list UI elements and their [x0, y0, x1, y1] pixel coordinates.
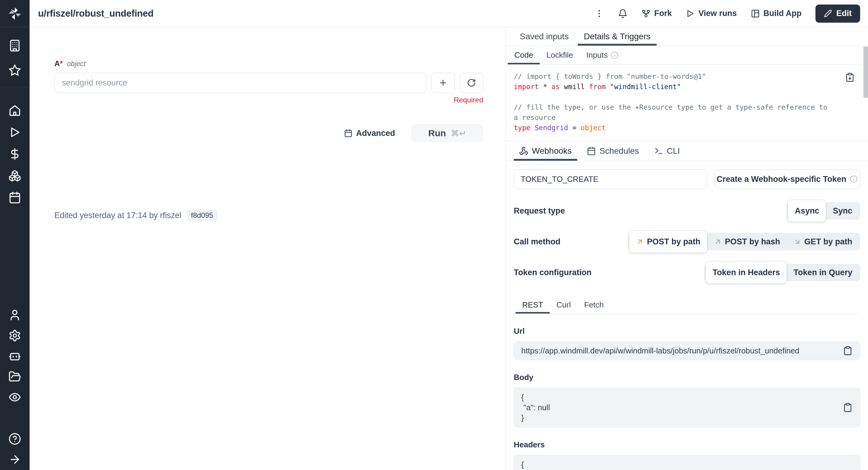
sidebar-item-folders[interactable] — [8, 370, 21, 383]
tab-details-triggers[interactable]: Details & Triggers — [578, 27, 657, 45]
required-asterisk: * — [60, 59, 63, 68]
add-resource-button[interactable] — [431, 73, 455, 93]
sidebar-item-home[interactable] — [8, 104, 21, 117]
fork-button[interactable]: Fork — [642, 9, 672, 18]
code-tabs: Code Lockfile Inputs — [506, 46, 868, 65]
advanced-button[interactable]: Advanced — [344, 129, 395, 138]
copy-body-button[interactable] — [843, 403, 852, 412]
windmill-logo[interactable] — [0, 0, 30, 27]
boxes-icon — [8, 169, 21, 182]
tab-cli-label: CLI — [667, 146, 680, 156]
building-icon — [8, 39, 21, 52]
kebab-menu-icon — [594, 9, 604, 19]
build-app-button-label: Build App — [764, 9, 802, 18]
call-method-get-by-path[interactable]: GET by path — [787, 233, 859, 250]
sidebar-item-workers[interactable] — [8, 350, 21, 363]
code-preview: // import { toWords } from "number-to-wo… — [506, 65, 868, 141]
windmill-logo-icon — [7, 6, 23, 22]
run-button[interactable]: Run ⌘↵ — [411, 124, 483, 142]
panel-scrollbar[interactable] — [864, 46, 868, 98]
run-button-label: Run — [428, 128, 446, 138]
sidebar-item-help[interactable] — [8, 433, 21, 445]
star-icon — [8, 64, 21, 77]
calendar-icon — [344, 129, 352, 137]
tab-lockfile[interactable]: Lockfile — [540, 46, 580, 64]
call-method-row: Call method POST by path POST by hash — [514, 233, 860, 250]
layout-grid-icon — [751, 9, 760, 18]
body-field: { "a": null } — [514, 387, 860, 428]
token-in-headers[interactable]: Token in Headers — [706, 261, 787, 284]
token-input[interactable] — [514, 169, 707, 189]
request-type-row: Request type Async Sync — [514, 202, 860, 220]
refresh-icon — [467, 78, 476, 87]
tab-schedules[interactable]: Schedules — [581, 141, 645, 161]
view-runs-button[interactable]: View runs — [686, 9, 737, 18]
call-method-post-by-hash[interactable]: POST by hash — [707, 233, 787, 250]
headers-label: Headers — [514, 440, 860, 449]
sidebar-item-settings[interactable] — [8, 329, 21, 342]
sidebar-item-resources[interactable] — [8, 169, 21, 182]
tab-inputs[interactable]: Inputs — [580, 46, 625, 64]
call-method-label: Call method — [514, 237, 561, 247]
url-field: https://app.windmill.dev/api/w/windmill-… — [514, 341, 860, 360]
tab-webhooks[interactable]: Webhooks — [514, 141, 577, 161]
build-app-button[interactable]: Build App — [751, 9, 802, 18]
dollar-sign-icon — [8, 148, 21, 160]
body-label: Body — [514, 373, 860, 382]
argument-name: A — [54, 59, 60, 68]
request-type-toggle: Async Sync — [786, 202, 860, 220]
play-icon — [8, 126, 21, 139]
argument-input[interactable] — [54, 73, 427, 93]
sidebar-item-schedules[interactable] — [8, 191, 21, 204]
token-in-query[interactable]: Token in Query — [787, 264, 859, 281]
sidebar-item-runs[interactable] — [8, 126, 21, 139]
token-configuration-toggle: Token in Headers Token in Query — [704, 264, 860, 281]
tab-saved-inputs[interactable]: Saved inputs — [514, 27, 575, 45]
user-icon — [8, 309, 21, 321]
more-menu-button[interactable] — [594, 9, 604, 19]
copy-url-button[interactable] — [843, 346, 852, 355]
headers-field: { "Content-Type": "application/json", "A… — [514, 455, 860, 470]
tab-cli[interactable]: CLI — [649, 141, 686, 161]
sidebar-item-users[interactable] — [8, 309, 21, 321]
plus-icon — [438, 78, 447, 87]
page-title: u/rfiszel/robust_undefined — [38, 8, 153, 19]
tab-fetch[interactable]: Fetch — [578, 296, 610, 314]
sidebar-item-variables[interactable] — [8, 148, 21, 160]
argument-label: A * object — [54, 59, 483, 68]
notifications-button[interactable] — [618, 9, 628, 19]
topbar-actions: Fork View runs Build App Edit — [594, 4, 860, 23]
refresh-button[interactable] — [460, 73, 483, 93]
run-shortcut: ⌘↵ — [451, 128, 466, 138]
sidebar-item-audit-logs[interactable] — [8, 391, 21, 404]
create-webhook-token-button[interactable]: Create a Webhook-specific Token — [714, 169, 860, 189]
request-type-label: Request type — [514, 206, 565, 216]
call-method-toggle: POST by path POST by hash GET by path — [628, 233, 860, 250]
tab-code[interactable]: Code — [508, 46, 540, 64]
tab-schedules-label: Schedules — [599, 146, 639, 156]
request-type-sync[interactable]: Sync — [826, 202, 859, 220]
info-icon — [611, 51, 619, 59]
required-hint: Required — [454, 96, 483, 104]
copy-code-button[interactable] — [845, 72, 855, 82]
eye-icon — [8, 391, 21, 404]
sidebar-expand-button[interactable] — [8, 453, 21, 466]
token-configuration-row: Token configuration Token in Headers Tok… — [514, 264, 860, 281]
webhook-icon — [519, 147, 528, 156]
play-icon — [686, 9, 695, 18]
sidebar-item-workspace[interactable] — [8, 39, 21, 52]
request-type-async[interactable]: Async — [788, 200, 826, 222]
tab-curl[interactable]: Curl — [550, 296, 578, 314]
version-hash-badge: f8d095 — [187, 209, 217, 221]
call-method-post-by-path[interactable]: POST by path — [629, 230, 707, 253]
tab-rest[interactable]: REST — [516, 296, 550, 314]
calendar-icon — [8, 191, 21, 204]
call-method-post-by-path-label: POST by path — [647, 237, 701, 247]
code-lines: // import { toWords } from "number-to-wo… — [514, 71, 832, 133]
argument-type: object — [67, 60, 86, 68]
calendar-icon — [587, 147, 596, 156]
sidebar-item-favorites[interactable] — [8, 64, 21, 77]
terminal-icon — [654, 147, 663, 156]
edit-button[interactable]: Edit — [815, 4, 860, 23]
edited-info: Edited yesterday at 17:14 by rfiszel — [54, 211, 181, 220]
